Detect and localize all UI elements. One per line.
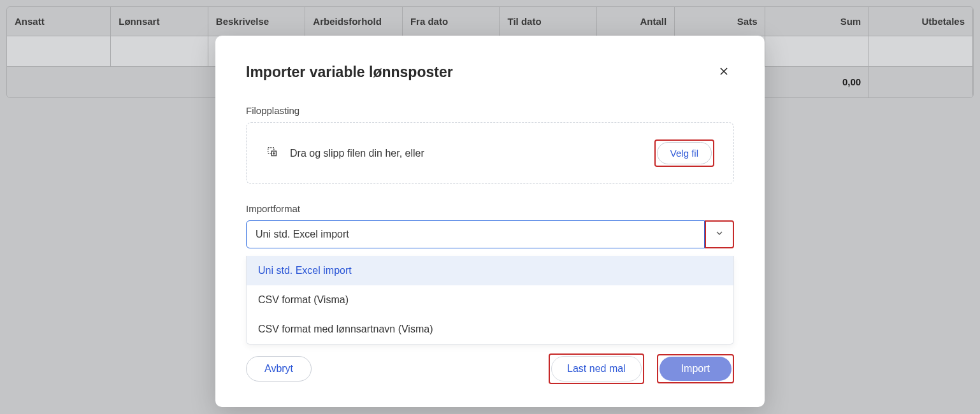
col-sum[interactable]: Sum: [765, 7, 869, 36]
format-option[interactable]: CSV format (Visma): [247, 285, 733, 315]
sum-total: 0,00: [765, 67, 869, 97]
close-button[interactable]: [714, 61, 734, 83]
highlight-download-template: Last ned mal: [549, 353, 644, 384]
file-dropzone[interactable]: Dra og slipp filen din her, eller Velg f…: [246, 122, 734, 184]
col-ansatt[interactable]: Ansatt: [7, 7, 111, 36]
col-tildato[interactable]: Til dato: [500, 7, 597, 36]
col-arbeidsforhold[interactable]: Arbeidsforhold: [305, 7, 403, 36]
col-sats[interactable]: Sats: [675, 7, 765, 36]
col-beskrivelse[interactable]: Beskrivelse: [208, 7, 305, 36]
import-modal: Importer variable lønnsposter Filopplast…: [215, 36, 765, 407]
import-button[interactable]: Import: [659, 357, 731, 381]
format-option[interactable]: Uni std. Excel import: [247, 256, 733, 285]
cancel-button[interactable]: Avbryt: [246, 356, 312, 382]
download-template-button[interactable]: Last ned mal: [551, 356, 642, 382]
col-lonnsart[interactable]: Lønnsart: [111, 7, 208, 36]
chevron-down-icon: [714, 228, 724, 241]
import-format-select[interactable]: [246, 220, 705, 248]
modal-title: Importer variable lønnsposter: [246, 64, 453, 81]
choose-file-button[interactable]: Velg fil: [657, 142, 712, 164]
upload-text: Dra og slipp filen din her, eller: [290, 148, 424, 159]
upload-icon: [266, 145, 280, 162]
col-fradato[interactable]: Fra dato: [402, 7, 500, 36]
close-icon: [717, 70, 730, 80]
format-dropdown: Uni std. Excel import CSV format (Visma)…: [246, 256, 734, 345]
format-label: Importformat: [246, 203, 734, 214]
col-utbetales[interactable]: Utbetales: [869, 7, 973, 36]
highlight-import: Import: [657, 354, 734, 383]
highlight-choose-file: Velg fil: [654, 139, 714, 167]
upload-section-label: Filopplasting: [246, 105, 734, 116]
format-option[interactable]: CSV format med lønnsartnavn (Visma): [247, 315, 733, 344]
format-dropdown-toggle[interactable]: [705, 220, 734, 248]
col-antall[interactable]: Antall: [597, 7, 675, 36]
